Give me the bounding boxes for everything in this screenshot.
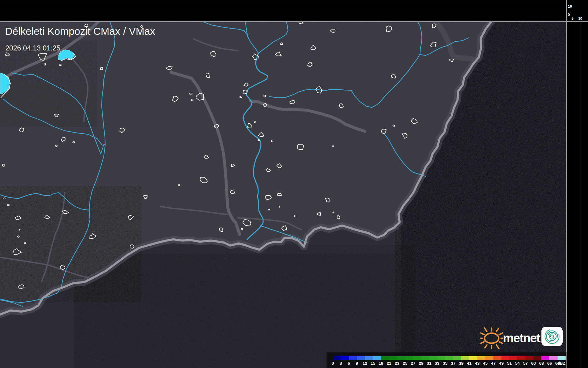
dbz-segment	[341, 356, 349, 360]
vertical-cross-section-right-panel	[566, 0, 588, 368]
dbz-segment	[558, 356, 566, 360]
dbz-tick: 12	[363, 361, 367, 366]
dbz-segment	[389, 356, 397, 360]
dbz-segment	[485, 356, 493, 360]
dbz-segment	[357, 356, 365, 360]
dbz-tick: 49	[499, 361, 504, 366]
sun-icon	[480, 322, 503, 351]
dbz-tick: 60	[531, 361, 536, 366]
dbz-segment	[333, 356, 341, 360]
dbz-segment	[349, 356, 357, 360]
dbz-segment	[453, 356, 461, 360]
dbz-tick: 27	[411, 361, 416, 366]
dbz-segment	[405, 356, 413, 360]
dbz-segment	[421, 356, 429, 360]
dbz-color-bar	[333, 356, 566, 360]
dbz-tick: 43	[475, 361, 480, 366]
dbz-segment	[501, 356, 509, 360]
height-line-5km-right	[573, 22, 573, 368]
dbz-tick: 31	[427, 361, 431, 366]
dbz-tick: 6	[348, 361, 350, 366]
dbz-tick: 23	[395, 361, 399, 366]
dbz-segment	[477, 356, 485, 360]
dbz-tick: 63	[539, 361, 544, 366]
settlement	[279, 206, 280, 207]
dbz-segment	[549, 356, 557, 360]
dbz-segment	[461, 356, 469, 360]
cross-section-frame-horizontal	[0, 21, 588, 22]
dbz-tick: 54	[515, 361, 520, 366]
dbz-segment	[413, 356, 421, 360]
dbz-segment	[437, 356, 445, 360]
dbz-segment	[429, 356, 437, 360]
axis-label-right-5: 5	[571, 17, 574, 20]
axis-label-top-5: 5	[568, 13, 570, 16]
dbz-segment	[445, 356, 453, 360]
dbz-segment	[541, 356, 549, 360]
height-line-10km-right	[581, 22, 581, 368]
dbz-tick: 29	[419, 361, 424, 366]
height-line-5km-top	[0, 15, 566, 15]
dbz-tick: 66	[547, 361, 552, 366]
dbz-segment	[509, 356, 517, 360]
dbz-tick: 3	[340, 361, 342, 366]
dbz-segment	[526, 356, 533, 360]
dbz-segment	[365, 356, 373, 360]
dbz-segment	[469, 356, 477, 360]
dbz-tick: 35	[443, 361, 448, 366]
dbz-segment	[493, 356, 501, 360]
metnet-logo: metnet	[480, 322, 566, 351]
timestamp: 2026.04.13 01:25	[5, 44, 60, 52]
dbz-tick: 51	[507, 361, 512, 366]
height-line-10km-top	[0, 7, 566, 7]
dbz-tick: 21	[387, 361, 391, 366]
dbz-tick: 18	[379, 361, 383, 366]
dbz-unit-label: dBZ	[557, 361, 565, 366]
axis-label-top-10: 10	[568, 5, 572, 8]
dbz-segment	[533, 356, 541, 360]
dbz-tick: 39	[459, 361, 464, 366]
axis-label-right-10: 10	[578, 17, 582, 20]
dbz-tick: 0	[332, 361, 334, 366]
dbz-tick: 15	[370, 361, 375, 366]
dbz-segment	[397, 356, 405, 360]
dbz-tick: 45	[483, 361, 488, 366]
metnet-app-icon	[541, 326, 563, 346]
dbz-tick: 41	[467, 361, 472, 366]
dbz-segment	[373, 356, 381, 360]
cross-section-frame-vertical	[566, 0, 567, 368]
dbz-tick: 33	[435, 361, 439, 366]
radar-map	[0, 21, 566, 368]
dbz-legend: 0369121518212325272931333537394143454749…	[327, 352, 566, 368]
metnet-wordmark: metnet	[503, 331, 540, 345]
dbz-tick: 9	[356, 361, 358, 366]
dbz-tick: 25	[403, 361, 407, 366]
radar-screenshot: 10 5 5 10 Délkeleti Kompozit CMax / VMax…	[0, 0, 588, 368]
page-title: Délkeleti Kompozit CMax / VMax	[5, 25, 155, 37]
dbz-segment	[517, 356, 525, 360]
dbz-tick-labels: 0369121518212325272931333537394143454749…	[333, 361, 566, 367]
dbz-segment	[381, 356, 389, 360]
vertical-cross-section-top-panel	[0, 0, 588, 21]
dbz-tick: 37	[451, 361, 456, 366]
dbz-tick: 57	[523, 361, 528, 366]
dbz-tick: 47	[491, 361, 496, 366]
